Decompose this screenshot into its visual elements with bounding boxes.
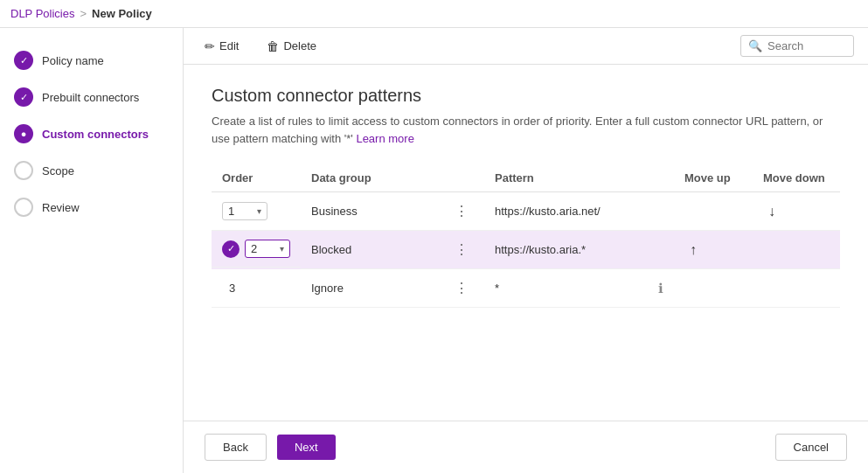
breadcrumb-separator: > xyxy=(80,7,87,20)
info-icon: ℹ xyxy=(658,281,663,296)
row1-ellipsis-cell: ⋮ xyxy=(441,192,484,231)
row3-data-group: Ignore xyxy=(301,269,441,308)
row1-move-down-cell: ↓ xyxy=(753,192,840,231)
delete-button[interactable]: 🗑 Delete xyxy=(260,36,323,57)
row3-move-up-cell xyxy=(674,269,753,308)
breadcrumb-link[interactable]: DLP Policies xyxy=(10,7,74,20)
sidebar-label-review: Review xyxy=(42,201,80,214)
page-description: Create a list of rules to limit access t… xyxy=(212,113,840,147)
row3-order-number: 3 xyxy=(222,282,235,295)
row2-check-icon: ✓ xyxy=(222,240,240,258)
col-pattern: Pattern xyxy=(484,164,648,192)
delete-icon: 🗑 xyxy=(267,39,279,53)
row2-move-down-cell xyxy=(753,231,840,269)
row3-move-down-cell xyxy=(753,269,840,308)
col-move-down: Move down xyxy=(753,164,840,192)
learn-more-link[interactable]: Learn more xyxy=(356,132,413,145)
cancel-button[interactable]: Cancel xyxy=(775,434,847,461)
row1-pattern: https://kusto.aria.net/ xyxy=(484,192,648,231)
col-actions xyxy=(441,164,484,192)
edit-button[interactable]: ✏ Edit xyxy=(198,36,246,57)
main-layout: ✓ Policy name ✓ Prebuilt connectors ● Cu… xyxy=(0,28,868,473)
row1-move-up-cell xyxy=(674,192,753,231)
row1-order-cell: 1 ▾ xyxy=(212,192,301,231)
page-content: Custom connector patterns Create a list … xyxy=(184,65,868,421)
edit-icon: ✏ xyxy=(205,39,215,53)
col-spacer xyxy=(648,164,674,192)
sidebar-item-review[interactable]: Review xyxy=(0,189,183,226)
sidebar-label-policy-name: Policy name xyxy=(42,54,104,67)
sidebar-label-custom: Custom connectors xyxy=(42,128,149,141)
table-row: ✓ 2 ▾ Blocked ⋮ https://kusto.aria.* xyxy=(212,231,840,269)
step-icon-scope xyxy=(14,161,33,180)
edit-label: Edit xyxy=(219,39,239,52)
sidebar-item-policy-name[interactable]: ✓ Policy name xyxy=(0,42,183,79)
table-row: 3 Ignore ⋮ * ℹ xyxy=(212,269,840,308)
row1-move-down-button[interactable]: ↓ xyxy=(763,202,781,221)
row1-order-dropdown[interactable]: 1 ▾ xyxy=(222,202,267,220)
content-area: ✏ Edit 🗑 Delete 🔍 Custom connector patte… xyxy=(184,28,868,473)
step-icon-custom: ● xyxy=(14,124,33,143)
row2-pattern: https://kusto.aria.* xyxy=(484,231,648,269)
row3-order-cell: 3 xyxy=(212,269,301,308)
next-button[interactable]: Next xyxy=(277,435,336,460)
row3-pattern: * xyxy=(484,269,648,308)
sidebar-item-scope[interactable]: Scope xyxy=(0,152,183,189)
row3-info-cell: ℹ xyxy=(648,269,674,308)
delete-label: Delete xyxy=(283,39,316,52)
row2-info-cell xyxy=(648,231,674,269)
breadcrumb: DLP Policies > New Policy xyxy=(0,0,868,28)
sidebar-item-custom-connectors[interactable]: ● Custom connectors xyxy=(0,115,183,152)
row2-move-up-button[interactable]: ↑ xyxy=(684,240,702,260)
bottom-bar: Back Next Cancel xyxy=(184,421,868,473)
row2-order-number: 2 xyxy=(251,242,257,255)
connector-table: Order Data group Pattern Move up Move do… xyxy=(212,164,840,308)
sidebar-label-prebuilt: Prebuilt connectors xyxy=(42,91,139,104)
row2-ellipsis-button[interactable]: ⋮ xyxy=(451,240,474,260)
step-icon-prebuilt: ✓ xyxy=(14,87,33,107)
row1-dropdown-chevron: ▾ xyxy=(257,206,261,216)
step-icon-review xyxy=(14,198,33,217)
sidebar-label-scope: Scope xyxy=(42,164,74,177)
sidebar: ✓ Policy name ✓ Prebuilt connectors ● Cu… xyxy=(0,28,184,473)
search-input[interactable] xyxy=(767,39,846,52)
search-box: 🔍 xyxy=(740,35,854,57)
table-row: 1 ▾ Business ⋮ https://kusto.aria.net/ xyxy=(212,192,840,231)
row2-move-up-cell: ↑ xyxy=(674,231,753,269)
breadcrumb-current: New Policy xyxy=(92,7,152,20)
row2-dropdown-chevron: ▾ xyxy=(280,244,284,254)
row3-ellipsis-cell: ⋮ xyxy=(441,269,484,308)
row2-order-dropdown[interactable]: 2 ▾ xyxy=(245,240,290,258)
row1-ellipsis-button[interactable]: ⋮ xyxy=(451,201,474,221)
sidebar-item-prebuilt-connectors[interactable]: ✓ Prebuilt connectors xyxy=(0,79,183,115)
col-data-group: Data group xyxy=(301,164,441,192)
row2-data-group: Blocked xyxy=(301,231,441,269)
row2-ellipsis-cell: ⋮ xyxy=(441,231,484,269)
col-order: Order xyxy=(212,164,301,192)
row1-info-cell xyxy=(648,192,674,231)
back-button[interactable]: Back xyxy=(205,434,267,461)
page-title: Custom connector patterns xyxy=(212,86,840,106)
row1-order-number: 1 xyxy=(228,205,234,218)
toolbar: ✏ Edit 🗑 Delete 🔍 xyxy=(184,28,868,65)
col-move-up: Move up xyxy=(674,164,753,192)
step-icon-policy-name: ✓ xyxy=(14,51,33,70)
search-icon: 🔍 xyxy=(748,39,762,52)
row2-order-cell: ✓ 2 ▾ xyxy=(212,231,301,268)
row3-ellipsis-button[interactable]: ⋮ xyxy=(451,278,474,298)
row1-data-group: Business xyxy=(301,192,441,231)
